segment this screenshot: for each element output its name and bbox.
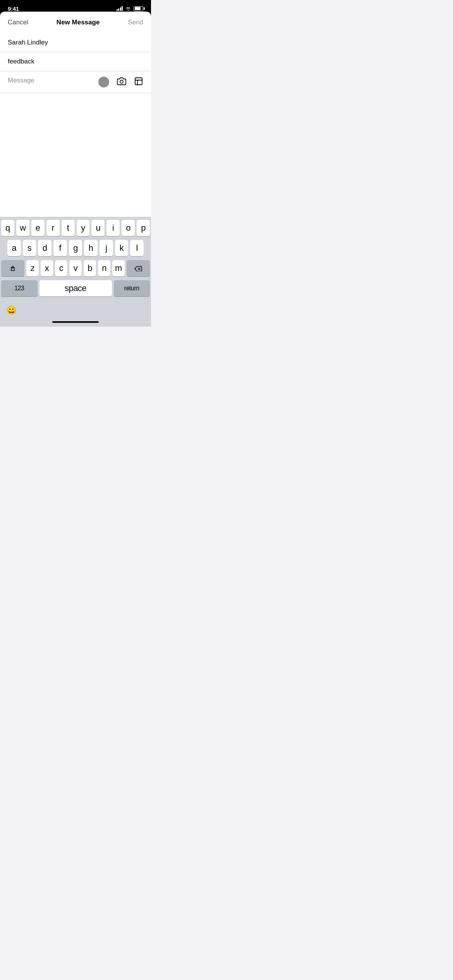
cancel-button[interactable]: Cancel — [8, 19, 28, 26]
key-e[interactable]: e — [31, 220, 45, 236]
keyboard: q w e r t y u i o p a s d f g h j k — [0, 217, 151, 302]
keyboard-row-3: z x c v b n m — [1, 260, 150, 276]
keyboard-area: q w e r t y u i o p a s d f g h j k — [0, 217, 151, 327]
key-z[interactable]: z — [26, 260, 39, 276]
key-q[interactable]: q — [1, 220, 14, 236]
key-k[interactable]: k — [115, 240, 129, 256]
keyboard-bottom-bar: 😀 — [0, 302, 151, 319]
svg-rect-4 — [11, 268, 14, 271]
key-y[interactable]: y — [77, 220, 90, 236]
key-p[interactable]: p — [137, 220, 150, 236]
key-s[interactable]: s — [23, 240, 36, 256]
return-key[interactable]: return — [114, 280, 150, 296]
key-a[interactable]: a — [7, 240, 21, 256]
space-key[interactable]: space — [39, 280, 112, 296]
key-c[interactable]: c — [55, 260, 67, 276]
subject-field-row — [0, 52, 151, 71]
note-icon[interactable] — [134, 77, 143, 87]
key-b[interactable]: b — [84, 260, 96, 276]
message-placeholder: Message — [8, 77, 95, 84]
drag-handle — [98, 77, 109, 87]
message-field-row: Message — [0, 71, 151, 93]
shift-key[interactable] — [1, 260, 24, 276]
key-u[interactable]: u — [91, 220, 105, 236]
nav-bar: Cancel New Message Send — [0, 12, 151, 33]
new-message-modal: Cancel New Message Send Message — [0, 12, 151, 327]
key-i[interactable]: i — [106, 220, 120, 236]
key-x[interactable]: x — [41, 260, 53, 276]
emoji-button[interactable]: 😀 — [6, 305, 17, 315]
keyboard-row-1: q w e r t y u i o p — [1, 220, 150, 236]
home-indicator — [0, 319, 151, 327]
key-g[interactable]: g — [69, 240, 82, 256]
subject-input[interactable] — [8, 58, 143, 65]
key-w[interactable]: w — [16, 220, 29, 236]
to-field-row — [0, 33, 151, 52]
key-d[interactable]: d — [38, 240, 51, 256]
key-o[interactable]: o — [122, 220, 135, 236]
svg-point-0 — [120, 80, 123, 83]
signal-icon — [117, 6, 123, 11]
key-r[interactable]: r — [46, 220, 60, 236]
keyboard-row-4: 123 space return — [1, 280, 150, 296]
key-h[interactable]: h — [84, 240, 98, 256]
message-icons — [109, 77, 143, 87]
status-time: 9:41 — [8, 5, 19, 12]
camera-icon[interactable] — [117, 77, 126, 87]
modal-title: New Message — [57, 19, 100, 26]
wifi-icon — [125, 6, 131, 11]
status-icons — [117, 6, 144, 11]
key-f[interactable]: f — [53, 240, 67, 256]
home-bar — [52, 321, 99, 323]
key-t[interactable]: t — [62, 220, 75, 236]
key-j[interactable]: j — [100, 240, 113, 256]
svg-rect-1 — [135, 78, 142, 85]
key-v[interactable]: v — [69, 260, 82, 276]
key-l[interactable]: l — [130, 240, 144, 256]
keyboard-row-2: a s d f g h j k l — [1, 240, 150, 256]
number-key[interactable]: 123 — [1, 280, 38, 296]
delete-key[interactable] — [127, 260, 150, 276]
to-input[interactable] — [8, 39, 143, 46]
key-m[interactable]: m — [112, 260, 125, 276]
send-button[interactable]: Send — [128, 19, 143, 26]
battery-icon — [134, 6, 143, 11]
key-n[interactable]: n — [98, 260, 110, 276]
